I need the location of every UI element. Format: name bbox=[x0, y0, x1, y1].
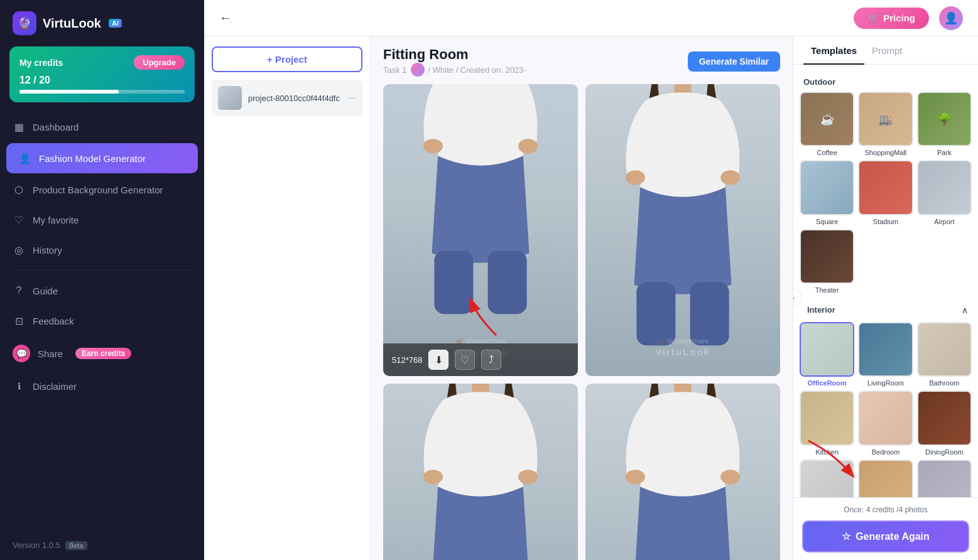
template-item-shoppingmall[interactable]: 🏬 ShoppingMall bbox=[858, 92, 913, 156]
template-item-theater[interactable]: Theater bbox=[800, 229, 854, 294]
template-label-stadium: Stadium bbox=[873, 218, 898, 225]
template-item-stadium[interactable]: Stadium bbox=[858, 160, 913, 225]
back-button[interactable]: ← bbox=[219, 11, 232, 25]
ai-badge: AI bbox=[109, 19, 122, 28]
sidebar-item-guide[interactable]: ? Guide bbox=[0, 276, 204, 306]
meta-avatar bbox=[411, 63, 425, 77]
sidebar-item-dashboard[interactable]: ▦ Dashboard bbox=[0, 112, 204, 142]
topbar: ← 🛒 Pricing 👤 bbox=[204, 0, 978, 36]
template-item-square[interactable]: Square bbox=[800, 160, 854, 225]
sidebar-item-label: My favorite bbox=[33, 215, 79, 225]
pricing-button[interactable]: 🛒 Pricing bbox=[854, 8, 929, 29]
user-avatar[interactable]: 👤 bbox=[939, 6, 963, 30]
template-label-kitchen: Kitchen bbox=[815, 448, 839, 456]
template-item-photostudio[interactable]: PhotoStudio bbox=[800, 460, 854, 497]
image-size-1: 512*768 bbox=[392, 355, 422, 365]
credits-note: Once: 4 credits /4 photos bbox=[802, 505, 969, 514]
pricing-label: Pricing bbox=[883, 13, 915, 23]
sidebar-item-fashion-model-generator[interactable]: 👤 Fashion Model Generator bbox=[6, 143, 198, 173]
template-label-shoppingmall: ShoppingMall bbox=[865, 149, 907, 156]
meta-text: / White / Created on: 2023- bbox=[428, 65, 526, 75]
template-item-bathroom[interactable]: Bathroom bbox=[917, 322, 972, 387]
svg-point-21 bbox=[626, 470, 645, 484]
add-project-button[interactable]: + Project bbox=[212, 46, 362, 72]
project-name: project-80010cc0f44f4dfc bbox=[248, 94, 342, 103]
project-more-icon[interactable]: ··· bbox=[348, 92, 356, 104]
template-item-bedroom[interactable]: Bedroom bbox=[858, 390, 913, 455]
image-cell-4: 🦋 Wondershare VirtuLook bbox=[585, 384, 780, 560]
template-thumb-airport bbox=[917, 160, 972, 215]
template-item-airport[interactable]: Airport bbox=[917, 160, 972, 225]
image-cell-3: 🦋 Wondershare VirtuLook bbox=[383, 384, 578, 560]
earn-credits-badge: Earn credits bbox=[75, 348, 131, 359]
project-item[interactable]: project-80010cc0f44f4dfc ··· bbox=[212, 80, 362, 116]
generate-star-icon: ☆ bbox=[842, 530, 850, 542]
topbar-right: 🛒 Pricing 👤 bbox=[854, 6, 963, 30]
svg-point-2 bbox=[423, 139, 443, 153]
svg-rect-5 bbox=[488, 250, 527, 314]
sidebar-item-product-background-generator[interactable]: ⬡ Product Background Generator bbox=[0, 175, 204, 205]
sidebar-item-label: History bbox=[33, 245, 62, 256]
sidebar-item-disclaimer[interactable]: ℹ Disclaimer bbox=[0, 371, 204, 401]
template-label-bathroom: Bathroom bbox=[929, 379, 959, 387]
template-item-livingroom[interactable]: LivingRoom bbox=[858, 322, 913, 387]
sidebar-item-share[interactable]: 💬 Share Earn credits bbox=[0, 336, 204, 371]
svg-point-15 bbox=[423, 470, 443, 484]
svg-rect-4 bbox=[434, 250, 473, 314]
project-panel: + Project project-80010cc0f44f4dfc ··· bbox=[204, 36, 371, 560]
favorite-button-1[interactable]: ♡ bbox=[455, 350, 475, 370]
template-thumb-bathroom bbox=[917, 322, 972, 377]
template-item-kitchen[interactable]: Kitchen bbox=[800, 390, 854, 455]
panel-tabs: Templates Prompt bbox=[793, 36, 978, 65]
meta-task: Task 1 bbox=[383, 65, 407, 75]
share-label: Share bbox=[38, 348, 63, 359]
feedback-icon: ⊡ bbox=[13, 315, 25, 327]
outdoor-template-grid: ☕ Coffee 🏬 ShoppingMall bbox=[800, 92, 972, 225]
tab-prompt[interactable]: Prompt bbox=[864, 36, 910, 65]
image-header: Fitting Room Task 1 / White / Created on… bbox=[383, 36, 780, 84]
template-item-runway[interactable]: Runway bbox=[917, 460, 972, 497]
generate-label: Generate Again bbox=[856, 531, 930, 542]
sidebar-item-history[interactable]: ◎ History bbox=[0, 235, 204, 265]
generate-similar-button[interactable]: Generate Similar bbox=[688, 51, 780, 72]
fashion-icon: 👤 bbox=[19, 152, 31, 164]
template-item-officeroom[interactable]: OfficeRoom bbox=[800, 322, 854, 387]
template-label-diningroom: DiningRoom bbox=[925, 448, 964, 456]
sidebar-nav: ▦ Dashboard 👤 Fashion Model Generator ⬡ … bbox=[0, 112, 204, 534]
share-button-1[interactable]: ⤴ bbox=[481, 350, 501, 370]
template-item-diningroom[interactable]: DiningRoom bbox=[917, 390, 972, 455]
main-area: ← 🛒 Pricing 👤 + Project project-80010cc0… bbox=[204, 0, 978, 560]
tab-templates[interactable]: Templates bbox=[803, 36, 864, 65]
template-item-coffee[interactable]: ☕ Coffee bbox=[800, 92, 854, 156]
sidebar: 🔮 VirtuLook AI My credits Upgrade 12 / 2… bbox=[0, 0, 204, 560]
favorite-icon: ♡ bbox=[13, 213, 25, 226]
upgrade-button[interactable]: Upgrade bbox=[134, 55, 185, 70]
credits-bar-bg bbox=[19, 90, 185, 94]
template-label-airport: Airport bbox=[934, 218, 954, 225]
chat-icon: 💬 bbox=[13, 345, 30, 362]
template-item-park[interactable]: 🌳 Park bbox=[917, 92, 972, 156]
template-label-bedroom: Bedroom bbox=[872, 448, 900, 456]
project-thumbnail bbox=[218, 86, 242, 110]
pricing-icon: 🛒 bbox=[867, 13, 879, 24]
product-icon: ⬡ bbox=[13, 183, 25, 196]
download-button-1[interactable]: ⬇ bbox=[428, 350, 448, 370]
panel-body: Outdoor ☕ Coffee 🏬 bbox=[793, 65, 978, 497]
disclaimer-label: Disclaimer bbox=[33, 381, 77, 392]
generate-again-button[interactable]: ☆ Generate Again bbox=[802, 520, 969, 552]
image-cell-2: 🦋 Wondershare VirtuLook bbox=[585, 84, 780, 376]
right-panel: › Templates Prompt Outdoor ☕ Coffee bbox=[793, 36, 978, 560]
template-item-banquet[interactable]: Banquet bbox=[858, 460, 913, 497]
svg-point-3 bbox=[518, 139, 538, 153]
dashboard-icon: ▦ bbox=[13, 121, 25, 133]
sidebar-item-feedback[interactable]: ⊡ Feedback bbox=[0, 306, 204, 336]
interior-section-title: Interior bbox=[807, 305, 835, 315]
sidebar-item-my-favorite[interactable]: ♡ My favorite bbox=[0, 205, 204, 235]
sidebar-item-label: Dashboard bbox=[33, 122, 79, 132]
interior-collapse-icon[interactable]: ∧ bbox=[962, 305, 968, 315]
svg-point-22 bbox=[720, 470, 740, 484]
image-title: Fitting Room bbox=[383, 46, 526, 63]
template-label-theater: Theater bbox=[815, 286, 839, 294]
template-thumb-square bbox=[800, 160, 854, 215]
template-thumb-theater bbox=[800, 229, 854, 284]
